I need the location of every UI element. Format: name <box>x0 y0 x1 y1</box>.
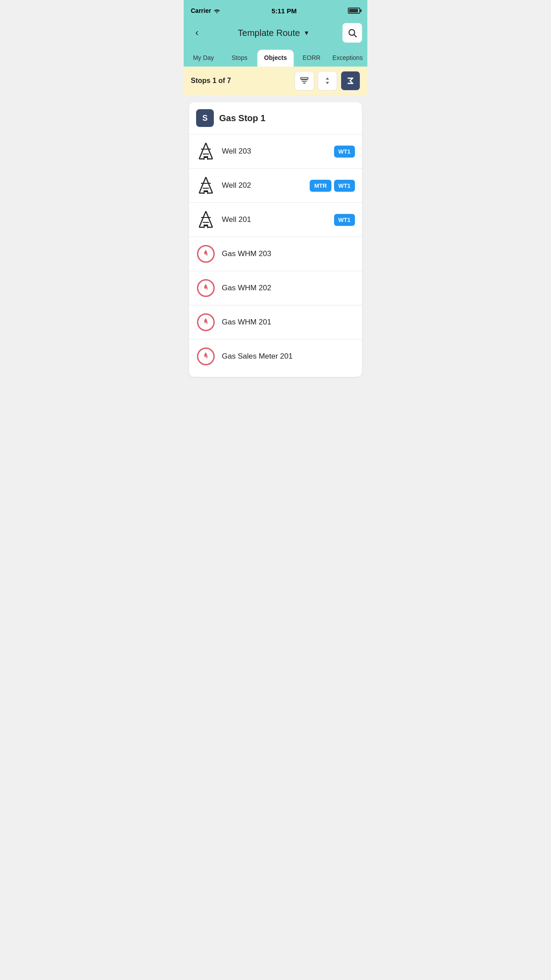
well-201-label: Well 201 <box>222 215 328 224</box>
well-202-label: Well 202 <box>222 181 303 190</box>
gas-whm-202-label: Gas WHM 202 <box>222 284 355 292</box>
stop-badge: S <box>196 109 214 127</box>
oil-derrick-icon <box>197 142 214 161</box>
stops-count-label: Stops 1 of 7 <box>191 77 291 85</box>
toolbar: Stops 1 of 7 <box>184 67 367 95</box>
back-arrow-icon: ‹ <box>195 27 198 39</box>
tab-stops[interactable]: Stops <box>221 50 257 67</box>
well-201-badges: WT1 <box>334 214 355 226</box>
gas-icon-sales-meter-201 <box>196 347 216 366</box>
filter-icon <box>299 76 309 86</box>
svg-rect-3 <box>301 78 308 79</box>
sort-icon <box>323 76 332 86</box>
search-button[interactable] <box>342 23 362 43</box>
status-bar: Carrier 5:11 PM <box>184 0 367 20</box>
search-icon <box>347 28 357 38</box>
list-item[interactable]: Gas WHM 201 <box>189 305 362 339</box>
flame-icon <box>201 283 211 293</box>
tab-exceptions[interactable]: Exceptions <box>330 50 366 67</box>
tab-eorr[interactable]: EORR <box>294 50 330 67</box>
card-header-title: Gas Stop 1 <box>219 113 265 123</box>
gas-circle-icon <box>197 245 215 263</box>
wt1-badge-203: WT1 <box>334 146 355 158</box>
wt1-badge-201: WT1 <box>334 214 355 226</box>
flame-icon <box>201 249 211 259</box>
battery-indicator <box>348 8 360 14</box>
svg-line-2 <box>354 35 356 37</box>
gas-whm-201-label: Gas WHM 201 <box>222 318 355 327</box>
back-button[interactable]: ‹ <box>189 25 205 41</box>
tab-my-day[interactable]: My Day <box>185 50 221 67</box>
derrick-icon-well-203 <box>196 142 216 161</box>
wifi-icon <box>213 8 220 13</box>
gas-sales-meter-201-label: Gas Sales Meter 201 <box>222 352 355 361</box>
derrick-icon-well-201 <box>196 210 216 229</box>
sum-icon <box>346 76 355 86</box>
status-time: 5:11 PM <box>272 7 297 15</box>
derrick-icon-well-202 <box>196 176 216 195</box>
list-item[interactable]: Gas WHM 202 <box>189 271 362 305</box>
mtr-badge-202: MTR <box>310 180 331 192</box>
sort-button[interactable] <box>318 71 337 91</box>
header: ‹ Template Route ▼ <box>184 20 367 50</box>
gas-whm-203-label: Gas WHM 203 <box>222 249 355 258</box>
content-area: S Gas Stop 1 Well 203 WT1 <box>184 95 367 384</box>
svg-rect-13 <box>205 158 207 160</box>
stop-card: S Gas Stop 1 Well 203 WT1 <box>189 102 362 377</box>
flame-icon <box>201 317 211 327</box>
gas-icon-whm-201 <box>196 312 216 332</box>
gas-circle-icon <box>197 313 215 331</box>
list-item[interactable]: Gas Sales Meter 201 <box>189 339 362 377</box>
tab-bar: My Day Stops Objects EORR Exceptions <box>184 50 367 67</box>
header-title-area: Template Route ▼ <box>209 28 339 38</box>
filter-button[interactable] <box>295 71 314 91</box>
gas-circle-icon <box>197 348 215 365</box>
well-203-label: Well 203 <box>222 147 328 156</box>
header-title: Template Route <box>238 28 300 38</box>
gas-icon-whm-202 <box>196 278 216 298</box>
gas-circle-icon <box>197 279 215 297</box>
oil-derrick-icon <box>197 176 214 195</box>
list-item[interactable]: Well 201 WT1 <box>189 202 362 237</box>
well-202-badges: MTR WT1 <box>310 180 355 192</box>
carrier-text: Carrier <box>191 7 220 14</box>
card-header: S Gas Stop 1 <box>189 102 362 134</box>
gas-icon-whm-203 <box>196 244 216 264</box>
dropdown-arrow-icon[interactable]: ▼ <box>303 29 310 36</box>
well-203-badges: WT1 <box>334 146 355 158</box>
svg-rect-20 <box>205 192 207 194</box>
sum-button[interactable] <box>341 71 360 91</box>
svg-point-0 <box>216 12 218 13</box>
flame-icon <box>201 352 211 361</box>
svg-rect-27 <box>205 226 207 228</box>
list-item[interactable]: Well 203 WT1 <box>189 134 362 168</box>
list-item[interactable]: Gas WHM 203 <box>189 237 362 271</box>
list-item[interactable]: Well 202 MTR WT1 <box>189 168 362 202</box>
wt1-badge-202: WT1 <box>334 180 355 192</box>
oil-derrick-icon <box>197 210 214 229</box>
tab-objects[interactable]: Objects <box>257 50 293 67</box>
